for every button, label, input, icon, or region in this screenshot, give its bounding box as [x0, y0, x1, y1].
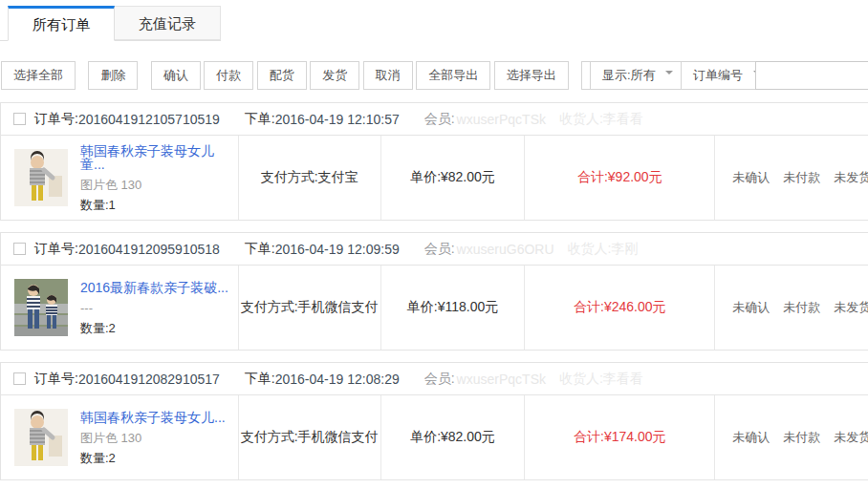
- product-info: 韩国春秋亲子装母女儿童... 图片色 130 数量:1: [80, 144, 238, 211]
- receiver-value: 收货人:李看看: [559, 371, 643, 388]
- product-quantity: 数量:1: [80, 199, 238, 211]
- orders-page: 所有订单 充值记录 选择全部 删除 确认 付款 配货 发货 取消 全部导出 选择…: [0, 0, 868, 480]
- order-no-label: 订单号:: [34, 241, 78, 258]
- status-unconfirmed: 未确认: [732, 299, 770, 316]
- payment-method-cell: 支付方式:手机微信支付: [238, 266, 380, 350]
- product-cell: 韩国春秋亲子装母女儿... 图片色 130 数量:2: [1, 395, 238, 479]
- order-row: 2016最新春款亲子装破... --- 数量:2 支付方式:手机微信支付 单价:…: [1, 266, 868, 350]
- allocate-button[interactable]: 配货: [257, 61, 307, 90]
- unit-price-cell: 单价:¥118.00元: [380, 266, 525, 350]
- order-row: 韩国春秋亲子装母女儿... 图片色 130 数量:2 支付方式:手机微信支付 单…: [1, 395, 868, 479]
- export-all-button[interactable]: 全部导出: [416, 61, 490, 90]
- placed-value: 2016-04-19 12:08:29: [275, 372, 400, 387]
- member-value: wxuseruG6ORU: [457, 242, 554, 257]
- status-unconfirmed: 未确认: [732, 429, 770, 446]
- order-header: 订单号:2016041912082910517 下单:2016-04-19 12…: [1, 363, 868, 395]
- ship-button[interactable]: 发货: [310, 61, 359, 90]
- unit-price-cell: 单价:¥82.00元: [380, 395, 525, 479]
- order-actions-group: 确认 付款 配货 发货 取消 全部导出 选择导出: [151, 61, 569, 90]
- order-no-label: 订单号:: [34, 371, 78, 388]
- confirm-button[interactable]: 确认: [151, 61, 201, 90]
- chevron-down-icon: [665, 71, 673, 78]
- placed-label: 下单:: [245, 241, 275, 258]
- tab-recharge-records[interactable]: 充值记录: [115, 6, 221, 40]
- member-value: wxuserPqcTSk: [457, 112, 546, 127]
- product-info: 2016最新春款亲子装破... --- 数量:2: [80, 281, 228, 334]
- product-thumbnail[interactable]: [14, 279, 68, 336]
- placed-value: 2016-04-19 12:09:59: [275, 242, 400, 257]
- product-quantity: 数量:2: [80, 452, 226, 464]
- show-filter-dropdown[interactable]: 显示:所有: [590, 61, 685, 90]
- member-label: 会员:: [424, 241, 455, 258]
- order-header: 订单号:2016041912105710519 下单:2016-04-19 12…: [1, 103, 868, 136]
- search-field-label: 订单编号: [693, 68, 743, 82]
- status-unconfirmed: 未确认: [732, 169, 770, 186]
- product-info: 韩国春秋亲子装母女儿... 图片色 130 数量:2: [80, 411, 226, 464]
- order-block: 订单号:2016041912082910517 下单:2016-04-19 12…: [0, 362, 868, 480]
- order-block: 订单号:2016041912105710519 下单:2016-04-19 12…: [0, 102, 868, 221]
- status-unshipped: 未发货: [834, 299, 868, 316]
- order-row: 韩国春秋亲子装母女儿童... 图片色 130 数量:1 支付方式:支付宝 单价:…: [1, 136, 868, 220]
- search-input[interactable]: [755, 61, 868, 90]
- member-label: 会员:: [424, 111, 455, 128]
- status-unshipped: 未发货: [834, 169, 868, 186]
- placed-label: 下单:: [245, 371, 275, 388]
- order-block: 订单号:2016041912095910518 下单:2016-04-19 12…: [0, 232, 868, 351]
- product-cell: 韩国春秋亲子装母女儿童... 图片色 130 数量:1: [1, 136, 238, 220]
- unit-price-cell: 单价:¥82.00元: [380, 136, 525, 220]
- export-selected-button[interactable]: 选择导出: [494, 61, 569, 90]
- pay-button[interactable]: 付款: [204, 61, 253, 90]
- placed-label: 下单:: [245, 111, 275, 128]
- order-checkbox[interactable]: [13, 372, 26, 385]
- total-price-cell: 合计:¥246.00元: [524, 266, 714, 350]
- show-filter-label: 显示:所有: [602, 68, 656, 82]
- status-unpaid: 未付款: [783, 429, 820, 446]
- receiver-value: 收货人:李刚: [568, 241, 639, 258]
- order-no-value: 2016041912095910518: [78, 242, 220, 257]
- member-label: 会员:: [424, 371, 455, 388]
- product-title-link[interactable]: 韩国春秋亲子装母女儿童...: [80, 144, 238, 171]
- status-unpaid: 未付款: [783, 169, 820, 186]
- order-checkbox[interactable]: [13, 113, 26, 125]
- order-no-value: 2016041912105710519: [78, 112, 220, 127]
- total-price-cell: 合计:¥174.00元: [524, 395, 714, 479]
- tab-bar: 所有订单 充值记录: [0, 6, 221, 41]
- product-thumbnail[interactable]: [14, 149, 68, 206]
- product-title-link[interactable]: 韩国春秋亲子装母女儿...: [80, 411, 226, 424]
- product-spec: ---: [80, 302, 228, 314]
- product-spec: 图片色 130: [80, 432, 226, 444]
- payment-method-cell: 支付方式:手机微信支付: [238, 395, 380, 479]
- order-header: 订单号:2016041912095910518 下单:2016-04-19 12…: [1, 233, 868, 266]
- delete-button[interactable]: 删除: [88, 61, 138, 90]
- placed-value: 2016-04-19 12:10:57: [275, 112, 400, 127]
- status-unpaid: 未付款: [783, 299, 820, 316]
- member-value: wxuserPqcTSk: [457, 372, 546, 387]
- product-cell: 2016最新春款亲子装破... --- 数量:2: [1, 266, 238, 350]
- orders-toolbar: 选择全部 删除 确认 付款 配货 发货 取消 全部导出 选择导出 显示帮助 显示…: [0, 61, 868, 91]
- product-quantity: 数量:2: [80, 322, 228, 334]
- order-no-label: 订单号:: [34, 111, 78, 128]
- status-cell: 未确认 未付款 未发货: [714, 136, 868, 220]
- product-title-link[interactable]: 2016最新春款亲子装破...: [80, 281, 228, 294]
- order-checkbox[interactable]: [13, 243, 26, 255]
- select-all-button[interactable]: 选择全部: [1, 61, 76, 90]
- tab-all-orders[interactable]: 所有订单: [8, 6, 115, 41]
- status-cell: 未确认 未付款 未发货: [714, 395, 868, 479]
- status-cell: 未确认 未付款 未发货: [714, 266, 868, 350]
- order-no-value: 2016041912082910517: [78, 372, 220, 387]
- product-spec: 图片色 130: [80, 179, 238, 191]
- total-price-cell: 合计:¥92.00元: [524, 136, 714, 220]
- product-thumbnail[interactable]: [14, 409, 68, 466]
- status-unshipped: 未发货: [834, 429, 868, 446]
- payment-method-cell: 支付方式:支付宝: [238, 136, 380, 220]
- cancel-button[interactable]: 取消: [363, 61, 413, 90]
- receiver-value: 收货人:李看看: [559, 111, 643, 128]
